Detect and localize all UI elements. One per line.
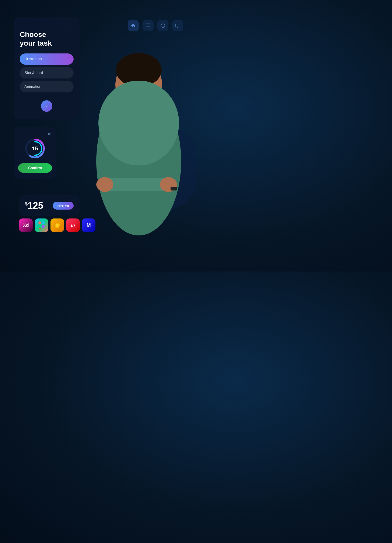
- svg-point-15: [98, 81, 179, 165]
- task-option-storyboard[interactable]: Storyboard: [20, 67, 74, 79]
- task-option-animation[interactable]: Animation: [20, 81, 74, 92]
- nav-home-button[interactable]: [128, 20, 139, 31]
- home-icon: [131, 23, 136, 28]
- menu-dots[interactable]: ⋮: [68, 23, 74, 28]
- price-display: $125: [25, 200, 43, 211]
- timer-number: 15: [32, 145, 38, 152]
- nav-monitor-button[interactable]: [172, 20, 183, 31]
- timer-label: 01: [18, 132, 52, 136]
- confirm-button[interactable]: Confirm: [18, 163, 52, 173]
- timer-card: 01 15 Confirm: [14, 127, 56, 179]
- clock-icon: [160, 23, 165, 28]
- tool-figma-icon[interactable]: [35, 219, 48, 232]
- tool-sketch-icon[interactable]: [51, 219, 64, 232]
- svg-rect-4: [38, 221, 41, 224]
- svg-rect-8: [38, 228, 41, 229]
- price-amount: 125: [28, 200, 43, 211]
- task-card-menu: ⋮: [20, 23, 74, 28]
- svg-rect-7: [42, 225, 45, 228]
- currency-symbol: $: [25, 201, 28, 206]
- person-image: [77, 38, 196, 242]
- price-card: $125 Hire Me: [19, 195, 80, 216]
- hire-me-button[interactable]: Hire Me: [53, 202, 74, 209]
- svg-point-19: [96, 177, 113, 192]
- nav-icons: [128, 20, 183, 31]
- timer-circle: 15: [24, 138, 45, 159]
- svg-rect-5: [42, 221, 45, 224]
- timer-circle-wrap: 15: [18, 138, 52, 159]
- nav-clock-button[interactable]: [157, 20, 168, 31]
- chevron-down-icon: [44, 104, 49, 108]
- chat-icon: [146, 23, 151, 28]
- chevron-down-button[interactable]: [41, 100, 52, 112]
- svg-rect-21: [170, 187, 177, 191]
- nav-chat-button[interactable]: [142, 20, 153, 31]
- svg-rect-6: [38, 225, 41, 228]
- task-card: ⋮ Choose your task Illustration Storyboa…: [14, 17, 80, 119]
- task-option-illustration[interactable]: Illustration: [20, 53, 74, 65]
- monitor-icon: [175, 23, 180, 28]
- task-card-title: Choose your task: [20, 30, 74, 47]
- tool-xd-icon[interactable]: Xd: [19, 219, 33, 232]
